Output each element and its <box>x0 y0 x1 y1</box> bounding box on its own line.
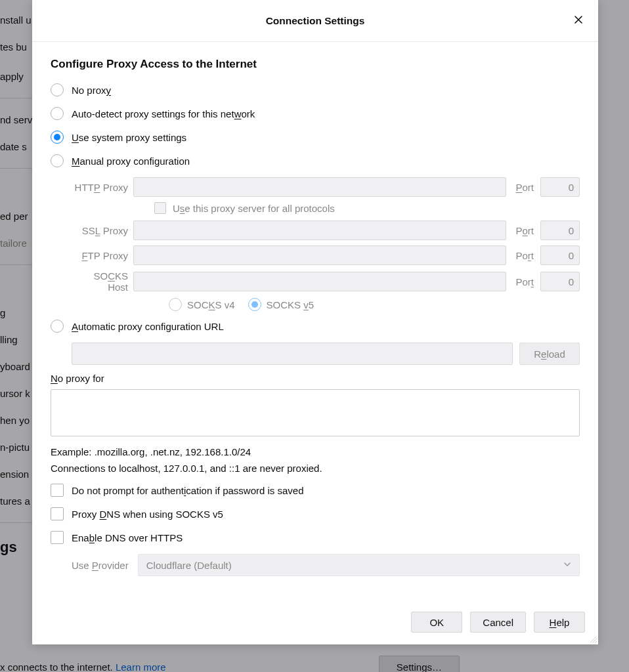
checkbox-icon <box>51 507 64 520</box>
provider-row: Use Provider Cloudflare (Default) <box>72 554 580 576</box>
auto-url-input[interactable] <box>72 343 513 365</box>
localhost-note: Connections to localhost, 127.0.0.1, and… <box>51 463 580 474</box>
check-label: Enable DNS over HTTPS <box>72 532 183 543</box>
use-for-all-checkbox[interactable] <box>154 202 166 214</box>
radio-label: Automatic proxy configuration URL <box>72 321 224 332</box>
checkbox-icon <box>51 484 64 497</box>
checkbox-icon <box>51 531 64 544</box>
reload-button[interactable]: Reload <box>519 343 580 365</box>
radio-icon <box>51 107 64 120</box>
http-proxy-row: HTTP Proxy Port <box>72 177 580 197</box>
radio-label: No proxy <box>72 85 111 96</box>
radio-label: Auto-detect proxy settings for this netw… <box>72 108 255 119</box>
section-heading: Configure Proxy Access to the Internet <box>51 58 580 71</box>
no-proxy-for-textarea[interactable] <box>51 389 580 436</box>
ssl-port-input[interactable] <box>540 220 580 240</box>
radio-auto-url[interactable]: Automatic proxy configuration URL <box>51 319 580 333</box>
help-button[interactable]: Help <box>534 612 585 633</box>
radio-use-system[interactable]: Use system proxy settings <box>51 130 580 144</box>
http-port-input[interactable] <box>540 177 580 197</box>
use-for-all-protocols-row: Use this proxy server for all protocols <box>154 202 580 214</box>
dialog-title: Connection Settings <box>266 15 365 27</box>
provider-label: Use Provider <box>72 560 129 571</box>
radio-label: Manual proxy configuration <box>72 156 190 167</box>
radio-no-proxy[interactable]: No proxy <box>51 83 580 97</box>
close-icon[interactable] <box>568 9 589 30</box>
chevron-down-icon <box>563 560 571 570</box>
ok-button[interactable]: OK <box>411 612 462 633</box>
http-port-label: Port <box>511 182 535 193</box>
socks-host-row: SOCKS Host Port <box>72 270 580 293</box>
radio-socks-v5[interactable] <box>248 298 261 311</box>
radio-auto-detect[interactable]: Auto-detect proxy settings for this netw… <box>51 106 580 121</box>
radio-icon <box>51 131 64 144</box>
dialog-footer: OK Cancel Help <box>32 604 598 644</box>
ftp-proxy-input[interactable] <box>133 245 506 265</box>
radio-icon <box>51 154 64 167</box>
socks-version-row: SOCKS v4 SOCKS v5 <box>169 298 580 311</box>
provider-select[interactable]: Cloudflare (Default) <box>138 554 580 576</box>
ssl-proxy-label: SSL Proxy <box>72 225 128 236</box>
use-for-all-label: Use this proxy server for all protocols <box>173 203 335 214</box>
dialog-header: Connection Settings <box>32 0 598 42</box>
manual-proxy-fields: HTTP Proxy Port Use this proxy server fo… <box>72 177 580 311</box>
ssl-proxy-row: SSL Proxy Port <box>72 220 580 240</box>
no-proxy-example: Example: .mozilla.org, .net.nz, 192.168.… <box>51 446 580 457</box>
cancel-button[interactable]: Cancel <box>470 612 526 633</box>
radio-manual[interactable]: Manual proxy configuration <box>51 154 580 168</box>
ftp-port-input[interactable] <box>540 245 580 265</box>
no-proxy-for-label: No proxy for <box>51 373 580 384</box>
radio-icon <box>51 320 64 333</box>
http-proxy-input[interactable] <box>133 177 506 197</box>
socks-v5-label: SOCKS v5 <box>267 299 314 310</box>
provider-value: Cloudflare (Default) <box>146 560 232 571</box>
radio-icon <box>51 83 64 96</box>
resize-grip-icon[interactable] <box>588 634 597 643</box>
check-enable-doh[interactable]: Enable DNS over HTTPS <box>51 530 580 545</box>
ftp-port-label: Port <box>511 250 535 261</box>
check-no-prompt[interactable]: Do not prompt for authentication if pass… <box>51 483 580 497</box>
ftp-proxy-label: FTP Proxy <box>72 250 128 261</box>
check-proxy-dns[interactable]: Proxy DNS when using SOCKS v5 <box>51 507 580 521</box>
socks-host-label: SOCKS Host <box>72 270 128 293</box>
connection-settings-dialog: Connection Settings Configure Proxy Acce… <box>32 0 598 644</box>
auto-url-row: Reload <box>72 343 580 365</box>
ssl-port-label: Port <box>511 225 535 236</box>
socks-port-label: Port <box>511 276 535 287</box>
http-proxy-label: HTTP Proxy <box>72 182 128 193</box>
socks-v4-label: SOCKS v4 <box>187 299 235 310</box>
ftp-proxy-row: FTP Proxy Port <box>72 245 580 265</box>
ssl-proxy-input[interactable] <box>133 220 506 240</box>
radio-label: Use system proxy settings <box>72 132 186 143</box>
socks-port-input[interactable] <box>540 272 580 291</box>
dialog-body: Configure Proxy Access to the Internet N… <box>32 42 598 604</box>
check-label: Do not prompt for authentication if pass… <box>72 485 304 496</box>
check-label: Proxy DNS when using SOCKS v5 <box>72 509 223 520</box>
socks-host-input[interactable] <box>133 272 506 291</box>
radio-socks-v4[interactable] <box>169 298 182 311</box>
